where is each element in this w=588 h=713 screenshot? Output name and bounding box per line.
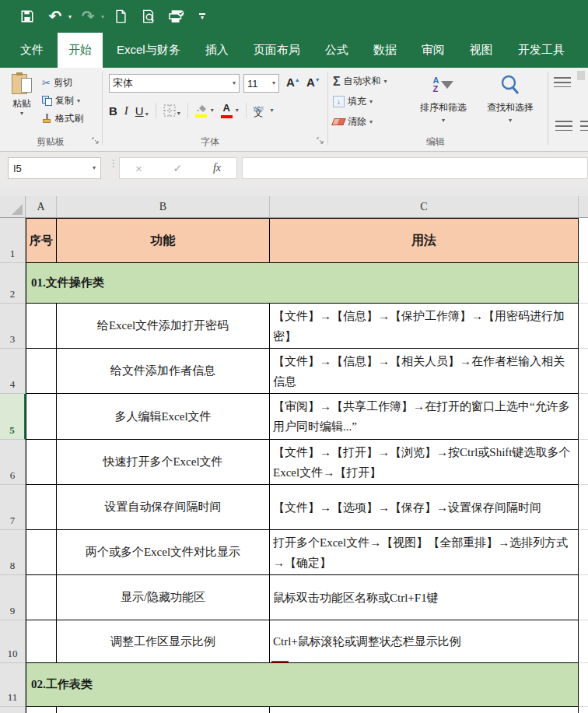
row-header-8[interactable]: 8 bbox=[0, 530, 26, 575]
cell-a2-section[interactable]: 01.文件操作类 bbox=[26, 263, 579, 304]
copy-button[interactable]: 复制 ▾ bbox=[42, 92, 83, 110]
row-header-10[interactable]: 10 bbox=[0, 620, 26, 663]
tab-formulas[interactable]: 公式 bbox=[314, 33, 359, 68]
font-name-combo[interactable]: 宋体 ▾ bbox=[109, 74, 240, 93]
decrease-font-size-icon[interactable]: A▼ bbox=[306, 76, 320, 89]
paste-button[interactable]: 粘贴 ▾ bbox=[6, 72, 37, 117]
phonetic-dropdown-icon[interactable]: ▾ bbox=[271, 107, 274, 114]
row-header-2[interactable]: 2 bbox=[0, 263, 26, 304]
font-color-dropdown-icon[interactable]: ▾ bbox=[236, 107, 239, 114]
row-header-5-selected[interactable]: 5 bbox=[0, 394, 26, 440]
align-center-icon[interactable] bbox=[580, 121, 588, 131]
cell-d3[interactable] bbox=[579, 304, 588, 349]
row-header-4[interactable]: 4 bbox=[0, 349, 26, 394]
cell-d2[interactable] bbox=[579, 263, 588, 304]
formula-bar-drag-handle[interactable]: ⋮ bbox=[109, 161, 118, 166]
save-icon[interactable] bbox=[16, 5, 39, 28]
cell-a4[interactable] bbox=[26, 349, 57, 394]
row-header-1[interactable]: 1 bbox=[0, 218, 26, 263]
format-painter-button[interactable]: 格式刷 bbox=[42, 110, 83, 128]
cell-d5[interactable] bbox=[579, 394, 588, 440]
cell-c7[interactable]: 【文件】→【选项】→【保存】→设置保存间隔时间 bbox=[270, 485, 579, 530]
find-select-dropdown-icon[interactable]: ▾ bbox=[509, 118, 512, 124]
row-header-11[interactable]: 11 bbox=[0, 663, 26, 707]
align-middle-icon-selected[interactable] bbox=[577, 71, 585, 80]
column-header-b[interactable]: B bbox=[57, 196, 270, 217]
quick-print-icon[interactable] bbox=[165, 5, 188, 28]
font-name-dropdown-icon[interactable]: ▾ bbox=[233, 80, 236, 86]
cell-a11-section[interactable]: 02.工作表类 bbox=[26, 663, 579, 707]
cell-a8[interactable] bbox=[26, 530, 57, 575]
cell-b6[interactable]: 快速打开多个Excel文件 bbox=[57, 440, 270, 485]
cell-b8[interactable]: 两个或多个Excel文件对比显示 bbox=[57, 530, 270, 575]
cell-d9[interactable] bbox=[579, 575, 588, 620]
cell-d1[interactable] bbox=[579, 218, 588, 263]
clear-dropdown-icon[interactable]: ▾ bbox=[369, 119, 373, 125]
cell-c4[interactable]: 【文件】→【信息】→【相关人员】→在作者栏输入相关信息 bbox=[270, 349, 579, 394]
tab-help[interactable]: 帮助 bbox=[579, 33, 588, 68]
cell-a9[interactable] bbox=[26, 575, 57, 620]
cell-c10[interactable]: Ctrl+鼠标滚轮或调整状态栏显示比例 bbox=[270, 620, 579, 663]
font-size-dropdown-icon[interactable]: ▾ bbox=[272, 80, 275, 86]
row-header-7[interactable]: 7 bbox=[0, 485, 26, 530]
paste-dropdown-icon[interactable]: ▾ bbox=[20, 111, 23, 117]
align-left-icon[interactable] bbox=[555, 121, 572, 131]
tab-view[interactable]: 视图 bbox=[459, 33, 504, 68]
cell-a7[interactable] bbox=[26, 485, 57, 530]
copy-dropdown-icon[interactable]: ▾ bbox=[77, 98, 80, 104]
find-select-button[interactable]: 查找和选择 ▾ bbox=[477, 71, 544, 124]
cell-a6[interactable] bbox=[26, 440, 57, 485]
increase-font-size-icon[interactable]: A▲ bbox=[286, 76, 300, 89]
borders-button[interactable]: ▾ bbox=[163, 104, 180, 117]
bold-button[interactable]: B bbox=[109, 104, 117, 118]
cell-d11[interactable] bbox=[579, 663, 588, 707]
cell-d8[interactable] bbox=[579, 530, 588, 575]
cell-c1[interactable]: 用法 bbox=[270, 218, 579, 263]
formula-input[interactable] bbox=[242, 157, 588, 179]
cut-button[interactable]: ✂ 剪切 bbox=[42, 74, 83, 92]
tab-insert[interactable]: 插入 bbox=[194, 33, 240, 68]
cell-b5[interactable]: 多人编辑Excel文件 bbox=[57, 394, 270, 440]
row-header-3[interactable]: 3 bbox=[0, 304, 26, 349]
row-header-9[interactable]: 9 bbox=[0, 575, 26, 620]
phonetic-guide-button[interactable]: wén 文 bbox=[254, 105, 264, 116]
autosum-button[interactable]: Σ 自动求和 ▾ bbox=[333, 72, 387, 90]
cell-d6[interactable] bbox=[579, 440, 588, 485]
name-box-dropdown-icon[interactable]: ▾ bbox=[93, 165, 96, 171]
fill-button[interactable]: ↓ 填充 ▾ bbox=[333, 93, 387, 111]
tab-excel-finance[interactable]: Excel与财务 bbox=[106, 33, 191, 68]
cell-c9[interactable]: 鼠标双击功能区名称或Ctrl+F1键 bbox=[270, 575, 579, 620]
insert-function-icon[interactable]: fx bbox=[213, 162, 221, 174]
print-preview-icon[interactable] bbox=[137, 5, 160, 28]
cell-d7[interactable] bbox=[579, 485, 588, 530]
cell-b1[interactable]: 功能 bbox=[57, 218, 270, 263]
tab-page-layout[interactable]: 页面布局 bbox=[243, 33, 311, 68]
tab-review[interactable]: 审阅 bbox=[411, 33, 456, 68]
cell-d10[interactable] bbox=[579, 620, 588, 663]
sort-filter-button[interactable]: AZ 排序和筛选 ▾ bbox=[410, 71, 477, 124]
new-file-icon[interactable] bbox=[109, 5, 132, 28]
column-header-a[interactable]: A bbox=[26, 196, 57, 217]
cell-b10[interactable]: 调整工作区显示比例 bbox=[57, 620, 270, 663]
customize-qat-icon[interactable]: ▾ bbox=[199, 13, 205, 20]
column-header-c[interactable]: C bbox=[270, 196, 579, 217]
cell-a10[interactable] bbox=[26, 620, 57, 663]
tab-file[interactable]: 文件 bbox=[9, 33, 54, 68]
font-color-button[interactable]: A bbox=[221, 104, 233, 118]
borders-dropdown-icon[interactable]: ▾ bbox=[177, 111, 180, 117]
underline-dropdown-icon[interactable]: ▾ bbox=[145, 111, 149, 118]
cell-b9[interactable]: 显示/隐藏功能区 bbox=[57, 575, 270, 620]
autosum-dropdown-icon[interactable]: ▾ bbox=[384, 79, 387, 85]
cell-c3[interactable]: 【文件】→【信息】→【保护工作簿】→【用密码进行加密】 bbox=[270, 304, 579, 349]
cell-b7[interactable]: 设置自动保存间隔时间 bbox=[57, 485, 270, 530]
cell-c8[interactable]: 打开多个Excel文件→【视图】【全部重排】→选排列方式→【确定】 bbox=[270, 530, 579, 575]
cell-c6[interactable]: 【文件】→【打开】→【浏览】→按Ctrl或Shift键选取多个Excel文件→【… bbox=[270, 440, 579, 485]
tab-developer[interactable]: 开发工具 bbox=[507, 33, 576, 68]
select-all-corner[interactable] bbox=[0, 196, 26, 217]
undo-dropdown-icon[interactable]: ▾ bbox=[68, 13, 72, 20]
cell-c5[interactable]: 【审阅】→【共享工作簿】→在打开的窗口上选中“允许多用户同时编辑...” bbox=[270, 394, 579, 440]
italic-button[interactable]: I bbox=[124, 104, 128, 118]
name-box[interactable]: I5 ▾ bbox=[8, 157, 101, 179]
enter-icon[interactable]: ✓ bbox=[173, 162, 182, 174]
clipboard-dialog-launcher-icon[interactable] bbox=[92, 134, 100, 148]
